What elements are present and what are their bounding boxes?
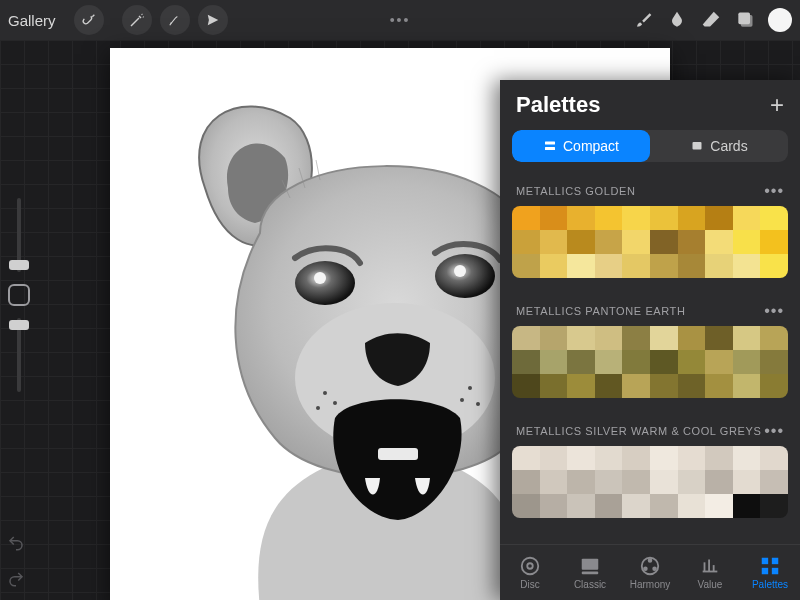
swatch[interactable]: [567, 230, 595, 254]
mode-tab-disc[interactable]: Disc: [500, 545, 560, 600]
swatch[interactable]: [622, 374, 650, 398]
swatch[interactable]: [595, 326, 623, 350]
modify-menu-icon[interactable]: •••: [390, 12, 411, 28]
swatch[interactable]: [595, 206, 623, 230]
swatch[interactable]: [678, 350, 706, 374]
palette-list[interactable]: METALLICS GOLDEN•••METALLICS PANTONE EAR…: [500, 172, 800, 544]
swatch[interactable]: [540, 494, 568, 518]
swatch[interactable]: [760, 494, 788, 518]
swatch[interactable]: [705, 326, 733, 350]
swatch[interactable]: [650, 206, 678, 230]
swatch[interactable]: [705, 470, 733, 494]
mode-tab-harmony[interactable]: Harmony: [620, 545, 680, 600]
swatch[interactable]: [622, 350, 650, 374]
swatch[interactable]: [567, 446, 595, 470]
swatch[interactable]: [733, 206, 761, 230]
eraser-icon[interactable]: [694, 0, 728, 40]
smudge-icon[interactable]: [660, 0, 694, 40]
swatch[interactable]: [678, 206, 706, 230]
actions-icon[interactable]: [74, 5, 104, 35]
swatch[interactable]: [595, 374, 623, 398]
swatch[interactable]: [512, 494, 540, 518]
swatch[interactable]: [567, 494, 595, 518]
swatch[interactable]: [595, 494, 623, 518]
swatch[interactable]: [650, 470, 678, 494]
swatch[interactable]: [705, 206, 733, 230]
selection-icon[interactable]: [160, 5, 190, 35]
current-color-button[interactable]: [768, 8, 792, 32]
swatch[interactable]: [622, 206, 650, 230]
swatch[interactable]: [540, 470, 568, 494]
swatch[interactable]: [705, 254, 733, 278]
swatch[interactable]: [650, 350, 678, 374]
swatch[interactable]: [540, 374, 568, 398]
swatch[interactable]: [540, 206, 568, 230]
swatch[interactable]: [595, 446, 623, 470]
swatch[interactable]: [540, 350, 568, 374]
swatch[interactable]: [733, 494, 761, 518]
swatch[interactable]: [733, 230, 761, 254]
swatch[interactable]: [650, 254, 678, 278]
magic-wand-icon[interactable]: [122, 5, 152, 35]
swatch[interactable]: [705, 230, 733, 254]
brush-opacity-slider[interactable]: [17, 318, 21, 392]
swatch[interactable]: [705, 350, 733, 374]
swatch[interactable]: [678, 470, 706, 494]
swatch[interactable]: [622, 470, 650, 494]
mode-tab-value[interactable]: Value: [680, 545, 740, 600]
swatch[interactable]: [567, 374, 595, 398]
swatch[interactable]: [705, 374, 733, 398]
swatch[interactable]: [650, 326, 678, 350]
swatch[interactable]: [595, 470, 623, 494]
brush-opacity-thumb[interactable]: [9, 320, 29, 330]
swatch[interactable]: [567, 206, 595, 230]
swatch[interactable]: [760, 446, 788, 470]
swatch[interactable]: [733, 470, 761, 494]
swatch[interactable]: [733, 254, 761, 278]
undo-icon[interactable]: [6, 534, 26, 556]
palette-more-icon[interactable]: •••: [764, 422, 784, 440]
swatch[interactable]: [540, 446, 568, 470]
segment-cards[interactable]: Cards: [650, 130, 788, 162]
swatch[interactable]: [595, 350, 623, 374]
modify-square-button[interactable]: [8, 284, 30, 306]
swatch[interactable]: [678, 254, 706, 278]
swatch[interactable]: [678, 326, 706, 350]
swatch[interactable]: [595, 230, 623, 254]
segment-compact[interactable]: Compact: [512, 130, 650, 162]
swatch[interactable]: [650, 230, 678, 254]
swatch[interactable]: [733, 350, 761, 374]
palette-more-icon[interactable]: •••: [764, 182, 784, 200]
swatch[interactable]: [678, 446, 706, 470]
swatch[interactable]: [512, 206, 540, 230]
swatch[interactable]: [678, 374, 706, 398]
brush-size-thumb[interactable]: [9, 260, 29, 270]
swatch[interactable]: [512, 254, 540, 278]
swatch[interactable]: [622, 326, 650, 350]
gallery-button[interactable]: Gallery: [8, 12, 56, 29]
layers-icon[interactable]: [728, 0, 762, 40]
swatch[interactable]: [733, 326, 761, 350]
add-palette-button[interactable]: +: [770, 93, 784, 117]
swatch[interactable]: [650, 374, 678, 398]
move-icon[interactable]: [198, 5, 228, 35]
swatch[interactable]: [595, 254, 623, 278]
swatch[interactable]: [540, 326, 568, 350]
mode-tab-classic[interactable]: Classic: [560, 545, 620, 600]
swatch[interactable]: [760, 230, 788, 254]
swatch[interactable]: [705, 494, 733, 518]
swatch[interactable]: [760, 254, 788, 278]
redo-icon[interactable]: [6, 570, 26, 592]
swatch[interactable]: [760, 326, 788, 350]
swatch[interactable]: [512, 230, 540, 254]
swatch[interactable]: [567, 470, 595, 494]
swatch[interactable]: [540, 254, 568, 278]
swatch[interactable]: [512, 350, 540, 374]
swatch[interactable]: [622, 494, 650, 518]
swatch[interactable]: [540, 230, 568, 254]
swatch[interactable]: [650, 494, 678, 518]
swatch[interactable]: [760, 470, 788, 494]
brush-icon[interactable]: [626, 0, 660, 40]
swatch[interactable]: [622, 230, 650, 254]
swatch[interactable]: [705, 446, 733, 470]
